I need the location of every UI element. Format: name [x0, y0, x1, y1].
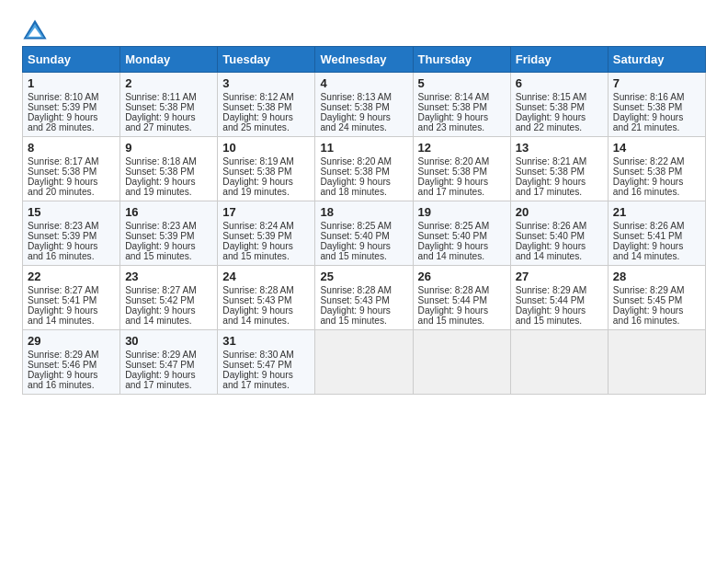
- daylight-text: Daylight: 9 hours and 20 minutes.: [28, 177, 97, 197]
- day-number: 19: [418, 205, 506, 219]
- day-number: 8: [28, 141, 115, 155]
- sunset-text: Sunset: 5:45 PM: [613, 295, 682, 305]
- calendar-cell: [413, 330, 510, 395]
- calendar-cell: 7 Sunrise: 8:16 AM Sunset: 5:38 PM Dayli…: [608, 73, 705, 137]
- daylight-text: Daylight: 9 hours and 21 minutes.: [613, 112, 683, 132]
- calendar-header-row: SundayMondayTuesdayWednesdayThursdayFrid…: [23, 47, 706, 73]
- daylight-text: Daylight: 9 hours and 16 minutes.: [613, 177, 683, 197]
- day-number: 9: [125, 141, 212, 155]
- daylight-text: Daylight: 9 hours and 14 minutes.: [125, 305, 195, 326]
- calendar-day-header: Saturday: [608, 47, 705, 73]
- sunrise-text: Sunrise: 8:16 AM: [613, 92, 685, 102]
- sunset-text: Sunset: 5:38 PM: [125, 102, 194, 112]
- sunset-text: Sunset: 5:38 PM: [320, 102, 389, 112]
- sunset-text: Sunset: 5:41 PM: [28, 295, 97, 305]
- day-number: 5: [418, 76, 506, 90]
- calendar-day-header: Wednesday: [315, 47, 413, 73]
- calendar-cell: 3 Sunrise: 8:12 AM Sunset: 5:38 PM Dayli…: [218, 73, 315, 137]
- day-number: 24: [222, 270, 310, 283]
- daylight-text: Daylight: 9 hours and 15 minutes.: [320, 241, 390, 261]
- calendar-cell: 6 Sunrise: 8:15 AM Sunset: 5:38 PM Dayli…: [510, 73, 608, 137]
- daylight-text: Daylight: 9 hours and 15 minutes.: [222, 241, 292, 261]
- sunrise-text: Sunrise: 8:30 AM: [222, 350, 294, 360]
- daylight-text: Daylight: 9 hours and 18 minutes.: [320, 177, 390, 197]
- day-number: 3: [222, 76, 310, 90]
- day-number: 14: [613, 141, 700, 155]
- sunrise-text: Sunrise: 8:28 AM: [418, 285, 490, 295]
- sunrise-text: Sunrise: 8:21 AM: [516, 156, 587, 167]
- day-number: 4: [320, 76, 407, 90]
- calendar-cell: 9 Sunrise: 8:18 AM Sunset: 5:38 PM Dayli…: [120, 137, 218, 201]
- day-number: 15: [28, 205, 115, 219]
- sunrise-text: Sunrise: 8:26 AM: [516, 221, 587, 231]
- sunrise-text: Sunrise: 8:23 AM: [28, 221, 99, 231]
- sunset-text: Sunset: 5:40 PM: [320, 231, 389, 241]
- daylight-text: Daylight: 9 hours and 16 minutes.: [613, 305, 683, 326]
- calendar-day-header: Sunday: [23, 47, 120, 73]
- day-number: 29: [28, 334, 115, 348]
- sunset-text: Sunset: 5:38 PM: [28, 167, 97, 177]
- daylight-text: Daylight: 9 hours and 23 minutes.: [418, 112, 488, 132]
- calendar-cell: 4 Sunrise: 8:13 AM Sunset: 5:38 PM Dayli…: [315, 73, 413, 137]
- calendar-week-row: 15 Sunrise: 8:23 AM Sunset: 5:39 PM Dayl…: [23, 201, 706, 266]
- day-number: 16: [125, 205, 212, 219]
- daylight-text: Daylight: 9 hours and 22 minutes.: [516, 112, 586, 132]
- calendar-cell: 27 Sunrise: 8:29 AM Sunset: 5:44 PM Dayl…: [510, 266, 608, 330]
- calendar-cell: 12 Sunrise: 8:20 AM Sunset: 5:38 PM Dayl…: [413, 137, 510, 201]
- day-number: 25: [320, 270, 407, 283]
- header: [22, 18, 706, 40]
- calendar-cell: 25 Sunrise: 8:28 AM Sunset: 5:43 PM Dayl…: [315, 266, 413, 330]
- day-number: 21: [613, 205, 700, 219]
- day-number: 20: [516, 205, 603, 219]
- calendar-cell: 13 Sunrise: 8:21 AM Sunset: 5:38 PM Dayl…: [510, 137, 608, 201]
- calendar-cell: 20 Sunrise: 8:26 AM Sunset: 5:40 PM Dayl…: [510, 201, 608, 266]
- calendar-day-header: Thursday: [413, 47, 510, 73]
- calendar-week-row: 1 Sunrise: 8:10 AM Sunset: 5:39 PM Dayli…: [23, 73, 706, 137]
- calendar-cell: [510, 330, 608, 395]
- sunset-text: Sunset: 5:43 PM: [222, 295, 291, 305]
- day-number: 26: [418, 270, 506, 283]
- day-number: 27: [516, 270, 603, 283]
- sunset-text: Sunset: 5:38 PM: [516, 102, 585, 112]
- sunrise-text: Sunrise: 8:15 AM: [516, 92, 587, 102]
- daylight-text: Daylight: 9 hours and 15 minutes.: [516, 305, 586, 326]
- logo: [22, 18, 51, 40]
- logo-icon: [22, 18, 48, 40]
- sunset-text: Sunset: 5:38 PM: [516, 167, 585, 177]
- sunset-text: Sunset: 5:38 PM: [613, 167, 682, 177]
- calendar-cell: 26 Sunrise: 8:28 AM Sunset: 5:44 PM Dayl…: [413, 266, 510, 330]
- sunrise-text: Sunrise: 8:29 AM: [125, 350, 197, 360]
- daylight-text: Daylight: 9 hours and 17 minutes.: [125, 370, 195, 390]
- daylight-text: Daylight: 9 hours and 19 minutes.: [222, 177, 292, 197]
- sunrise-text: Sunrise: 8:14 AM: [418, 92, 490, 102]
- sunset-text: Sunset: 5:44 PM: [418, 295, 487, 305]
- sunrise-text: Sunrise: 8:20 AM: [418, 156, 490, 167]
- daylight-text: Daylight: 9 hours and 15 minutes.: [418, 305, 488, 326]
- calendar-week-row: 29 Sunrise: 8:29 AM Sunset: 5:46 PM Dayl…: [23, 330, 706, 395]
- calendar-week-row: 22 Sunrise: 8:27 AM Sunset: 5:41 PM Dayl…: [23, 266, 706, 330]
- sunrise-text: Sunrise: 8:12 AM: [222, 92, 294, 102]
- day-number: 11: [320, 141, 407, 155]
- day-number: 30: [125, 334, 212, 348]
- day-number: 7: [613, 76, 700, 90]
- sunset-text: Sunset: 5:38 PM: [125, 167, 194, 177]
- calendar-cell: 8 Sunrise: 8:17 AM Sunset: 5:38 PM Dayli…: [23, 137, 120, 201]
- day-number: 1: [28, 76, 115, 90]
- calendar-cell: 29 Sunrise: 8:29 AM Sunset: 5:46 PM Dayl…: [23, 330, 120, 395]
- sunrise-text: Sunrise: 8:27 AM: [125, 285, 197, 295]
- day-number: 23: [125, 270, 212, 283]
- sunset-text: Sunset: 5:38 PM: [222, 102, 291, 112]
- day-number: 10: [222, 141, 310, 155]
- calendar-day-header: Tuesday: [218, 47, 315, 73]
- calendar-cell: 22 Sunrise: 8:27 AM Sunset: 5:41 PM Dayl…: [23, 266, 120, 330]
- sunrise-text: Sunrise: 8:24 AM: [222, 221, 294, 231]
- sunset-text: Sunset: 5:40 PM: [418, 231, 487, 241]
- day-number: 18: [320, 205, 407, 219]
- daylight-text: Daylight: 9 hours and 17 minutes.: [516, 177, 586, 197]
- day-number: 13: [516, 141, 603, 155]
- daylight-text: Daylight: 9 hours and 24 minutes.: [320, 112, 390, 132]
- daylight-text: Daylight: 9 hours and 14 minutes.: [222, 305, 292, 326]
- sunset-text: Sunset: 5:46 PM: [28, 360, 97, 370]
- sunset-text: Sunset: 5:39 PM: [222, 231, 291, 241]
- sunrise-text: Sunrise: 8:22 AM: [613, 156, 685, 167]
